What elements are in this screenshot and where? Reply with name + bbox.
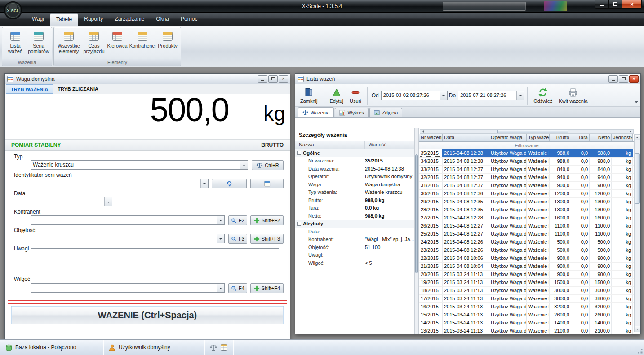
grid-cell[interactable]: 2015-04-08 12:37: [443, 174, 489, 181]
tab-tryb-zliczania[interactable]: TRYB ZLICZANIA: [53, 84, 103, 94]
humidity-add-button[interactable]: Shift+F4: [250, 283, 284, 293]
grid-cell[interactable]: 0,0: [571, 222, 590, 230]
grid-cell[interactable]: 2600,0: [550, 311, 571, 319]
grid-cell[interactable]: Ważenie kruszcu: [527, 166, 550, 173]
grid-cell[interactable]: 1600,0: [550, 214, 571, 222]
scroll-down-icon[interactable]: [635, 326, 640, 332]
grid-cell[interactable]: 1300,0: [590, 206, 612, 214]
grid-cell[interactable]: Ważenie kruszcu: [527, 295, 550, 302]
grid-cell[interactable]: 0,0: [571, 295, 590, 302]
grid-cell[interactable]: 1400,0: [590, 319, 612, 327]
grid-cell[interactable]: Użytkownik domyślny: [489, 230, 508, 238]
details-row[interactable]: Objętość: 51-100: [295, 243, 414, 251]
grid-cell[interactable]: 0,0: [571, 287, 590, 294]
grid-cell[interactable]: 900,0: [590, 263, 612, 270]
grid-cell[interactable]: kg: [612, 174, 633, 181]
weigh-button[interactable]: WAŻENIE (Ctrl+Spacja): [11, 306, 284, 324]
scale-icon[interactable]: [210, 344, 217, 351]
grid-cell[interactable]: 2015-04-08 12:38: [443, 158, 489, 165]
grid-cell[interactable]: Ważenie kruszcu: [527, 271, 550, 278]
grid-cell[interactable]: 24/2015: [419, 238, 443, 246]
grid-cell[interactable]: kg: [612, 327, 633, 334]
grid-cell[interactable]: 500,0: [590, 246, 612, 254]
details-row[interactable]: Waga: Waga domyślna: [295, 180, 414, 188]
grid-cell[interactable]: 1200,0: [590, 190, 612, 197]
tab-wykres[interactable]: Wykres: [335, 108, 369, 117]
grid-cell[interactable]: 988,0: [590, 149, 612, 157]
minimize-button[interactable]: [608, 75, 618, 83]
contractor-add-button[interactable]: Shift+F2: [250, 215, 284, 225]
chevron-down-icon[interactable]: [104, 197, 112, 206]
grid-cell[interactable]: kg: [612, 287, 633, 294]
minimize-button[interactable]: [258, 75, 267, 83]
grid-cell[interactable]: Ważenie kruszcu: [527, 206, 550, 214]
grid-cell[interactable]: Ważenie kruszcu: [527, 327, 550, 334]
grid-cell[interactable]: 3200,0: [550, 303, 571, 311]
grid-cell[interactable]: kg: [612, 206, 633, 214]
grid-cell[interactable]: Waga domyślna: [508, 279, 527, 286]
grid-cell[interactable]: 3800,0: [590, 295, 612, 302]
grid-cell[interactable]: 0,0: [571, 327, 590, 334]
grid-cell[interactable]: Ważenie kruszcu: [527, 149, 550, 157]
scroll-left-icon[interactable]: [421, 130, 424, 133]
grid-cell[interactable]: Ważenie kruszcu: [527, 254, 550, 262]
grid-cell[interactable]: Ważenie kruszcu: [527, 311, 550, 319]
grid-cell[interactable]: 900,0: [550, 271, 571, 278]
grid-cell[interactable]: 900,0: [590, 254, 612, 262]
series-id-combo[interactable]: [31, 179, 209, 188]
grid-cell[interactable]: kg: [612, 158, 633, 165]
collapse-icon[interactable]: [297, 222, 301, 226]
grid-cell[interactable]: 2015-04-08 12:27: [443, 222, 489, 230]
grid-cell[interactable]: Użytkownik domyślny: [489, 327, 508, 334]
grid-cell[interactable]: kg: [612, 149, 633, 157]
table-row[interactable]: 13/20152015-03-24 11:13Użytkownik domyśl…: [419, 327, 634, 334]
grid-cell[interactable]: 988,0: [550, 158, 571, 165]
grid-cell[interactable]: Waga domyślna: [508, 166, 527, 173]
menu-tab-raporty[interactable]: Raporty: [78, 13, 109, 26]
grid-cell[interactable]: Ważenie kruszcu: [527, 222, 550, 230]
grid-cell[interactable]: 1500,0: [550, 279, 571, 286]
grid-cell[interactable]: 20/2015: [419, 271, 443, 278]
grid-cell[interactable]: Waga domyślna: [508, 190, 527, 197]
grid-cell[interactable]: 2015-03-24 11:13: [443, 327, 489, 334]
grid-cell[interactable]: Ważenie kruszcu: [527, 238, 550, 246]
table-row[interactable]: 24/20152015-04-08 12:26Użytkownik domyśl…: [419, 238, 634, 246]
grid-cell[interactable]: kg: [612, 198, 633, 206]
grid-cell[interactable]: Waga domyślna: [508, 295, 527, 302]
grid-cell[interactable]: 2100,0: [550, 327, 571, 334]
maximize-button[interactable]: [619, 75, 628, 83]
grid-cell[interactable]: Ważenie kruszcu: [527, 198, 550, 206]
table-row[interactable]: 14/20152015-03-24 11:13Użytkownik domyśl…: [419, 319, 634, 327]
details-col-name[interactable]: Nazwa: [295, 141, 365, 149]
grid-cell[interactable]: 1500,0: [590, 279, 612, 286]
grid-cell[interactable]: 0,0: [571, 182, 590, 189]
grid-cell[interactable]: Ważenie kruszcu: [527, 182, 550, 189]
grid-cell[interactable]: 2015-03-24 11:13: [443, 319, 489, 327]
chevron-down-icon[interactable]: [217, 284, 224, 292]
grid-column-header[interactable]: Typ ważenia: [527, 134, 550, 141]
scale-window-titlebar[interactable]: Waga domyślna ×: [5, 74, 290, 84]
menu-tab-wagi[interactable]: Wagi: [26, 13, 50, 26]
grid-cell[interactable]: 840,0: [550, 166, 571, 173]
grid-cell[interactable]: 30/2015: [419, 190, 443, 197]
menu-tab-pomoc[interactable]: Pomoc: [175, 13, 203, 26]
menu-tab-tabele[interactable]: Tabele: [50, 13, 78, 26]
grid-cell[interactable]: 29/2015: [419, 198, 443, 206]
ribbon-button-lista-wazen[interactable]: Lista ważeń: [4, 29, 27, 55]
grid-filter-row[interactable]: Filtrowanie: [419, 142, 634, 149]
grid-cell[interactable]: 840,0: [590, 166, 612, 173]
details-row[interactable]: Typ ważenia: Ważenie kruszcu: [295, 188, 414, 197]
table-row[interactable]: 19/20152015-03-24 11:13Użytkownik domyśl…: [419, 279, 634, 287]
volume-search-button[interactable]: F3: [228, 234, 247, 244]
grid-cell[interactable]: 21/2015: [419, 263, 443, 270]
date-from-combo[interactable]: 2015-03-02 08:27:26: [381, 91, 448, 100]
table-row[interactable]: 29/20152015-04-08 12:35Użytkownik domyśl…: [419, 198, 634, 206]
grid-cell[interactable]: Użytkownik domyślny: [489, 174, 508, 181]
table-row[interactable]: 21/20152015-04-08 10:04Użytkownik domyśl…: [419, 263, 634, 271]
table-row[interactable]: 28/20152015-04-08 12:35Użytkownik domyśl…: [419, 206, 634, 214]
grid-cell[interactable]: Waga domyślna: [508, 263, 527, 270]
grid-cell[interactable]: Ważenie kruszcu: [527, 279, 550, 286]
grid-cell[interactable]: kg: [612, 263, 633, 270]
chevron-down-icon[interactable]: [200, 179, 208, 188]
details-row[interactable]: Brutto: 988,0 kg: [295, 196, 414, 204]
